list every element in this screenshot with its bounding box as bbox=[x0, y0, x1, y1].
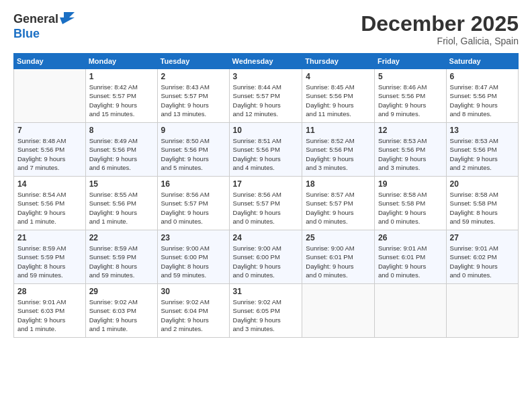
month-title: December 2025 bbox=[361, 12, 519, 36]
calendar-cell bbox=[374, 284, 446, 338]
day-number: 11 bbox=[306, 126, 371, 135]
calendar-cell: 21Sunrise: 8:59 AMSunset: 5:59 PMDayligh… bbox=[14, 230, 86, 284]
day-number: 31 bbox=[233, 287, 299, 296]
day-info: Sunrise: 8:48 AMSunset: 5:56 PMDaylight:… bbox=[17, 136, 82, 172]
svg-marker-0 bbox=[60, 12, 75, 24]
day-info: Sunrise: 9:01 AMSunset: 6:02 PMDaylight:… bbox=[450, 244, 515, 279]
calendar-cell bbox=[302, 284, 375, 338]
day-number: 26 bbox=[378, 233, 443, 242]
day-info: Sunrise: 8:49 AMSunset: 5:56 PMDaylight:… bbox=[89, 136, 154, 172]
col-friday: Friday bbox=[374, 54, 446, 69]
location: Friol, Galicia, Spain bbox=[361, 36, 519, 46]
col-wednesday: Wednesday bbox=[229, 54, 302, 69]
day-info: Sunrise: 8:56 AMSunset: 5:57 PMDaylight:… bbox=[161, 190, 226, 226]
day-number: 2 bbox=[161, 72, 226, 81]
day-info: Sunrise: 8:51 AMSunset: 5:56 PMDaylight:… bbox=[233, 136, 299, 172]
day-number: 7 bbox=[17, 126, 82, 135]
calendar-cell: 12Sunrise: 8:53 AMSunset: 5:56 PMDayligh… bbox=[374, 123, 446, 177]
logo-icon bbox=[60, 12, 75, 27]
day-info: Sunrise: 9:02 AMSunset: 6:04 PMDaylight:… bbox=[161, 298, 226, 333]
day-info: Sunrise: 9:00 AMSunset: 6:00 PMDaylight:… bbox=[161, 244, 226, 279]
day-info: Sunrise: 8:46 AMSunset: 5:56 PMDaylight:… bbox=[378, 83, 443, 118]
calendar-cell: 28Sunrise: 9:01 AMSunset: 6:03 PMDayligh… bbox=[14, 284, 86, 338]
day-number: 13 bbox=[450, 126, 515, 135]
day-number: 9 bbox=[161, 126, 226, 135]
calendar-cell: 10Sunrise: 8:51 AMSunset: 5:56 PMDayligh… bbox=[229, 123, 302, 177]
calendar-week-3: 14Sunrise: 8:54 AMSunset: 5:56 PMDayligh… bbox=[14, 177, 519, 230]
day-info: Sunrise: 8:57 AMSunset: 5:57 PMDaylight:… bbox=[306, 190, 371, 226]
calendar-cell: 20Sunrise: 8:58 AMSunset: 5:58 PMDayligh… bbox=[446, 177, 518, 230]
day-number: 17 bbox=[233, 179, 299, 189]
calendar-cell bbox=[446, 284, 518, 338]
day-number: 22 bbox=[89, 233, 154, 242]
calendar-cell: 11Sunrise: 8:52 AMSunset: 5:56 PMDayligh… bbox=[302, 123, 375, 177]
day-number: 25 bbox=[306, 233, 371, 242]
day-info: Sunrise: 8:50 AMSunset: 5:56 PMDaylight:… bbox=[161, 136, 226, 172]
day-info: Sunrise: 9:01 AMSunset: 6:01 PMDaylight:… bbox=[378, 244, 443, 279]
day-number: 28 bbox=[17, 287, 82, 296]
day-info: Sunrise: 8:56 AMSunset: 5:57 PMDaylight:… bbox=[233, 190, 299, 226]
calendar-cell: 7Sunrise: 8:48 AMSunset: 5:56 PMDaylight… bbox=[14, 123, 86, 177]
calendar-cell: 31Sunrise: 9:02 AMSunset: 6:05 PMDayligh… bbox=[229, 284, 302, 338]
calendar-cell: 2Sunrise: 8:43 AMSunset: 5:57 PMDaylight… bbox=[157, 69, 229, 123]
calendar: Sunday Monday Tuesday Wednesday Thursday… bbox=[13, 53, 519, 338]
header: General Blue December 2025 Friol, Galici… bbox=[13, 12, 519, 46]
calendar-week-2: 7Sunrise: 8:48 AMSunset: 5:56 PMDaylight… bbox=[14, 123, 519, 177]
day-number: 8 bbox=[89, 126, 154, 135]
calendar-cell: 26Sunrise: 9:01 AMSunset: 6:01 PMDayligh… bbox=[374, 230, 446, 284]
calendar-cell: 22Sunrise: 8:59 AMSunset: 5:59 PMDayligh… bbox=[85, 230, 157, 284]
col-monday: Monday bbox=[85, 54, 157, 69]
col-thursday: Thursday bbox=[302, 54, 375, 69]
day-number: 23 bbox=[161, 233, 226, 242]
day-number: 1 bbox=[89, 72, 154, 81]
day-info: Sunrise: 9:00 AMSunset: 6:00 PMDaylight:… bbox=[233, 244, 299, 279]
calendar-cell: 14Sunrise: 8:54 AMSunset: 5:56 PMDayligh… bbox=[14, 177, 86, 230]
day-number: 24 bbox=[233, 233, 299, 242]
day-info: Sunrise: 9:01 AMSunset: 6:03 PMDaylight:… bbox=[17, 298, 82, 333]
day-info: Sunrise: 8:58 AMSunset: 5:58 PMDaylight:… bbox=[450, 190, 515, 226]
day-number: 3 bbox=[233, 72, 299, 81]
calendar-cell: 6Sunrise: 8:47 AMSunset: 5:56 PMDaylight… bbox=[446, 69, 518, 123]
calendar-cell: 16Sunrise: 8:56 AMSunset: 5:57 PMDayligh… bbox=[157, 177, 229, 230]
day-number: 6 bbox=[450, 72, 515, 81]
page: General Blue December 2025 Friol, Galici… bbox=[0, 0, 532, 411]
calendar-cell: 3Sunrise: 8:44 AMSunset: 5:57 PMDaylight… bbox=[229, 69, 302, 123]
day-number: 19 bbox=[378, 179, 443, 189]
calendar-cell: 1Sunrise: 8:42 AMSunset: 5:57 PMDaylight… bbox=[85, 69, 157, 123]
title-block: December 2025 Friol, Galicia, Spain bbox=[361, 12, 519, 46]
day-number: 27 bbox=[450, 233, 515, 242]
day-number: 4 bbox=[306, 72, 371, 81]
calendar-cell: 9Sunrise: 8:50 AMSunset: 5:56 PMDaylight… bbox=[157, 123, 229, 177]
calendar-week-5: 28Sunrise: 9:01 AMSunset: 6:03 PMDayligh… bbox=[14, 284, 519, 338]
day-info: Sunrise: 8:55 AMSunset: 5:56 PMDaylight:… bbox=[89, 190, 154, 226]
calendar-cell: 29Sunrise: 9:02 AMSunset: 6:03 PMDayligh… bbox=[85, 284, 157, 338]
day-info: Sunrise: 9:00 AMSunset: 6:01 PMDaylight:… bbox=[306, 244, 371, 279]
logo-blue: Blue bbox=[13, 27, 40, 40]
day-number: 29 bbox=[89, 287, 154, 296]
day-info: Sunrise: 9:02 AMSunset: 6:05 PMDaylight:… bbox=[233, 298, 299, 333]
logo: General Blue bbox=[13, 12, 75, 42]
day-number: 30 bbox=[161, 287, 226, 296]
day-info: Sunrise: 8:53 AMSunset: 5:56 PMDaylight:… bbox=[378, 136, 443, 172]
day-info: Sunrise: 8:53 AMSunset: 5:56 PMDaylight:… bbox=[450, 136, 515, 172]
calendar-cell: 13Sunrise: 8:53 AMSunset: 5:56 PMDayligh… bbox=[446, 123, 518, 177]
col-sunday: Sunday bbox=[14, 54, 86, 69]
day-info: Sunrise: 8:47 AMSunset: 5:56 PMDaylight:… bbox=[450, 83, 515, 118]
weekday-header-row: Sunday Monday Tuesday Wednesday Thursday… bbox=[14, 54, 519, 69]
calendar-week-1: 1Sunrise: 8:42 AMSunset: 5:57 PMDaylight… bbox=[14, 69, 519, 123]
day-info: Sunrise: 8:59 AMSunset: 5:59 PMDaylight:… bbox=[89, 244, 154, 279]
calendar-cell: 18Sunrise: 8:57 AMSunset: 5:57 PMDayligh… bbox=[302, 177, 375, 230]
day-number: 5 bbox=[378, 72, 443, 81]
day-number: 21 bbox=[17, 233, 82, 242]
day-info: Sunrise: 8:58 AMSunset: 5:58 PMDaylight:… bbox=[378, 190, 443, 226]
calendar-week-4: 21Sunrise: 8:59 AMSunset: 5:59 PMDayligh… bbox=[14, 230, 519, 284]
day-info: Sunrise: 8:59 AMSunset: 5:59 PMDaylight:… bbox=[17, 244, 82, 279]
calendar-cell: 24Sunrise: 9:00 AMSunset: 6:00 PMDayligh… bbox=[229, 230, 302, 284]
day-number: 16 bbox=[161, 179, 226, 189]
day-info: Sunrise: 8:42 AMSunset: 5:57 PMDaylight:… bbox=[89, 83, 154, 118]
day-number: 14 bbox=[17, 179, 82, 189]
logo-general: General bbox=[13, 12, 58, 27]
calendar-cell: 5Sunrise: 8:46 AMSunset: 5:56 PMDaylight… bbox=[374, 69, 446, 123]
calendar-cell: 27Sunrise: 9:01 AMSunset: 6:02 PMDayligh… bbox=[446, 230, 518, 284]
day-number: 12 bbox=[378, 126, 443, 135]
